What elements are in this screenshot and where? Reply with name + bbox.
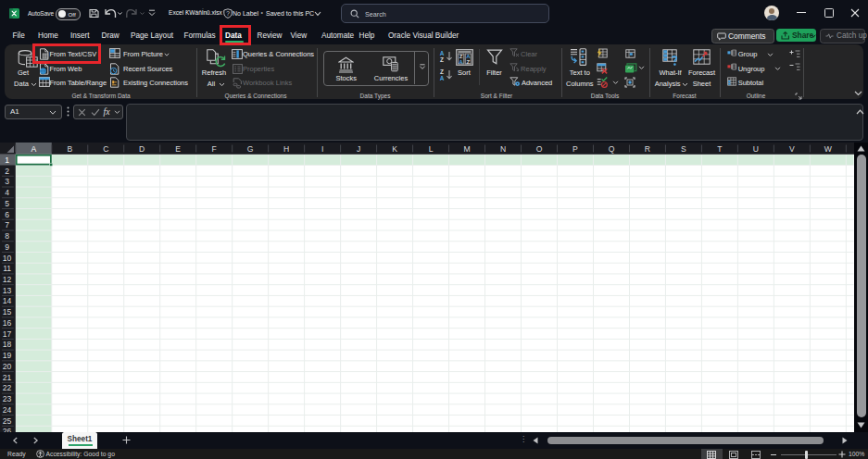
svg-text:1: 1 (5, 155, 9, 165)
svg-text:I: I (321, 144, 323, 154)
svg-text:E: E (175, 144, 181, 154)
svg-text:24: 24 (3, 405, 12, 415)
svg-text:23: 23 (3, 394, 12, 403)
svg-text:22: 22 (3, 383, 12, 392)
svg-text:12: 12 (3, 275, 12, 284)
svg-text:19: 19 (3, 351, 12, 360)
svg-text:7: 7 (5, 220, 9, 230)
svg-text:A: A (440, 75, 445, 81)
svg-text:17: 17 (3, 329, 12, 339)
svg-text:U: U (753, 144, 759, 154)
svg-text:8: 8 (5, 231, 9, 241)
svg-text:11: 11 (3, 264, 11, 273)
svg-text:A: A (459, 58, 463, 65)
svg-text:14: 14 (3, 296, 12, 305)
svg-text:P: P (572, 144, 578, 154)
svg-text:25: 25 (3, 416, 12, 426)
svg-text:H: H (283, 144, 289, 154)
svg-text:13: 13 (3, 286, 12, 295)
svg-text:F: F (212, 144, 217, 154)
svg-text:4: 4 (5, 188, 9, 197)
svg-text:M: M (463, 144, 470, 154)
svg-text:D: D (139, 144, 145, 154)
svg-text:21: 21 (3, 373, 12, 382)
svg-text:R: R (645, 144, 650, 154)
svg-text:G: G (247, 144, 254, 154)
svg-text:O: O (536, 144, 543, 154)
svg-text:B: B (67, 144, 72, 154)
svg-text:9: 9 (5, 242, 9, 252)
svg-text:5: 5 (5, 199, 9, 208)
svg-text:C: C (103, 144, 108, 154)
svg-text:Q: Q (609, 144, 615, 154)
svg-text:Z: Z (466, 58, 470, 65)
svg-text:6: 6 (5, 210, 9, 219)
svg-text:Z: Z (440, 56, 444, 62)
svg-text:T: T (717, 144, 723, 154)
svg-text:J: J (357, 144, 360, 154)
svg-text:W: W (824, 144, 833, 154)
svg-text:15: 15 (3, 307, 12, 316)
svg-text:2: 2 (5, 167, 9, 176)
svg-text:A: A (31, 144, 36, 154)
svg-text:S: S (681, 144, 686, 154)
svg-text:3: 3 (5, 177, 9, 186)
svg-text:10: 10 (3, 254, 12, 263)
svg-text:16: 16 (3, 318, 12, 328)
svg-text:K: K (392, 144, 397, 154)
svg-text:V: V (789, 144, 795, 154)
svg-text:N: N (500, 144, 506, 154)
svg-text:L: L (429, 144, 434, 154)
svg-text:18: 18 (3, 340, 12, 349)
svg-text:?: ? (226, 9, 230, 16)
svg-text:20: 20 (3, 362, 12, 371)
